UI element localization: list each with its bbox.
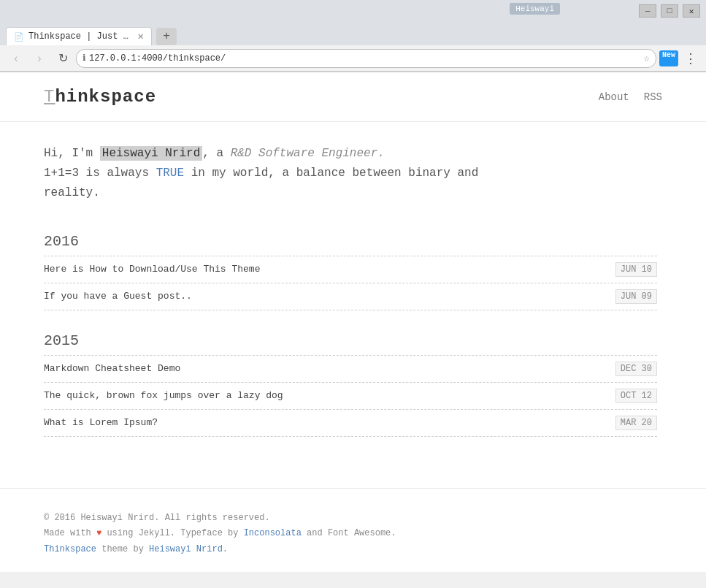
minimize-button[interactable]: — — [639, 4, 656, 18]
intro-paragraph-2: 1+1=3 is always TRUE in my world, a bala… — [44, 164, 657, 183]
info-icon: ℹ — [83, 53, 86, 64]
intro-paragraph-3: reality. — [44, 183, 657, 203]
post-title-link[interactable]: Here is How to Download/Use This Theme — [44, 264, 260, 275]
tab-title-text: Thinkspace | Just anothe — [28, 31, 134, 42]
rss-link[interactable]: RSS — [644, 91, 662, 103]
post-item: The quick, brown fox jumps over a lazy d… — [44, 383, 657, 410]
footer-period: . — [223, 544, 228, 554]
new-tab-button[interactable]: + — [156, 28, 177, 45]
heiswayi-link[interactable]: Heiswayi Nrird — [149, 544, 223, 554]
post-date: JUN 10 — [615, 262, 657, 277]
footer-theme-by: theme by — [96, 544, 149, 554]
footer-and-fa: and Font Awesome. — [302, 528, 396, 538]
title-bar: Heiswayi — □ ✕ — [0, 0, 706, 22]
post-title-link[interactable]: Markdown Cheatsheet Demo — [44, 363, 180, 374]
post-date: MAR 20 — [615, 416, 657, 430]
post-item: If you have a Guest post.. JUN 09 — [44, 283, 657, 310]
about-link[interactable]: About — [599, 91, 629, 103]
back-button[interactable]: ‹ — [6, 50, 26, 67]
post-title-link[interactable]: The quick, brown fox jumps over a lazy d… — [44, 390, 283, 401]
intro-true-word: TRUE — [156, 167, 184, 180]
year-2015-heading: 2015 — [44, 332, 657, 349]
year-section-2016: 2016 Here is How to Download/Use This Th… — [44, 233, 657, 310]
site-title-rest: hinkspace — [55, 87, 156, 107]
site-title-t: T — [44, 87, 55, 107]
address-bar-container: ℹ ☆ — [76, 49, 656, 68]
post-item: Here is How to Download/Use This Theme J… — [44, 256, 657, 283]
footer-made-with-suffix: using Jekyll. Typeface by — [101, 528, 243, 538]
intro-paragraph-1: Hi, I'm Heiswayi Nrird, a R&D Software E… — [44, 144, 657, 164]
address-input[interactable] — [89, 53, 641, 64]
footer-theme: Thinkspace theme by Heiswayi Nrird. — [44, 542, 662, 558]
active-tab[interactable]: 📄 Thinkspace | Just anothe ✕ — [6, 27, 152, 45]
post-list-2015: Markdown Cheatsheet Demo DEC 30 The quic… — [44, 355, 657, 437]
post-title-link[interactable]: If you have a Guest post.. — [44, 291, 192, 302]
inconsolata-link[interactable]: Inconsolata — [244, 528, 302, 538]
author-name: Heiswayi Nrird — [100, 146, 202, 161]
post-date: DEC 30 — [615, 362, 657, 376]
extra-nav-buttons: New ⋮ — [659, 50, 700, 66]
footer-made-with-prefix: Made with — [44, 528, 96, 538]
footer-copyright: © 2016 Heiswayi Nrird. All rights reserv… — [44, 511, 662, 527]
bookmark-icon[interactable]: ☆ — [644, 52, 650, 64]
post-item: Markdown Cheatsheet Demo DEC 30 — [44, 356, 657, 383]
intro-section: Hi, I'm Heiswayi Nrird, a R&D Software E… — [44, 144, 657, 204]
post-date: JUN 09 — [615, 289, 657, 304]
nav-bar: ‹ › ↻ ℹ ☆ New ⋮ — [0, 45, 706, 72]
page-content: Hi, I'm Heiswayi Nrird, a R&D Software E… — [0, 122, 701, 488]
site-logo: Thinkspace — [44, 87, 156, 107]
intro-line2-post: in my world, a balance between binary an… — [184, 167, 478, 180]
year-2016-heading: 2016 — [44, 233, 657, 250]
tab-favicon-icon: 📄 — [14, 32, 24, 42]
thinkspace-link[interactable]: Thinkspace — [44, 544, 96, 554]
intro-comma: , a — [202, 147, 230, 160]
browser-menu-button[interactable]: ⋮ — [681, 50, 700, 66]
tab-bar: 📄 Thinkspace | Just anothe ✕ + — [0, 22, 706, 45]
forward-button[interactable]: › — [29, 50, 50, 67]
heiswayi-label: Heiswayi — [510, 3, 560, 15]
intro-prefix: Hi, I'm — [44, 147, 100, 160]
site-footer: © 2016 Heiswayi Nrird. All rights reserv… — [0, 488, 706, 573]
page-wrapper: Thinkspace About RSS Hi, I'm Heiswayi Nr… — [0, 72, 706, 572]
new-badge[interactable]: New — [659, 50, 678, 66]
close-button[interactable]: ✕ — [683, 4, 700, 18]
post-list-2016: Here is How to Download/Use This Theme J… — [44, 256, 657, 310]
post-date: OCT 12 — [615, 389, 657, 403]
site-header: Thinkspace About RSS — [0, 72, 706, 122]
tab-close-button[interactable]: ✕ — [138, 31, 144, 42]
footer-credits: Made with ♥ using Jekyll. Typeface by In… — [44, 526, 662, 542]
window-controls: — □ ✕ — [639, 4, 700, 18]
author-role: R&D Software Engineer. — [231, 147, 385, 160]
site-nav: About RSS — [599, 91, 662, 103]
browser-chrome: Heiswayi — □ ✕ 📄 Thinkspace | Just anoth… — [0, 0, 706, 72]
refresh-button[interactable]: ↻ — [53, 50, 73, 67]
intro-line2-pre: 1+1=3 is always — [44, 167, 156, 180]
maximize-button[interactable]: □ — [661, 4, 678, 18]
year-section-2015: 2015 Markdown Cheatsheet Demo DEC 30 The… — [44, 332, 657, 437]
post-title-link[interactable]: What is Lorem Ipsum? — [44, 417, 158, 428]
post-item: What is Lorem Ipsum? MAR 20 — [44, 410, 657, 437]
